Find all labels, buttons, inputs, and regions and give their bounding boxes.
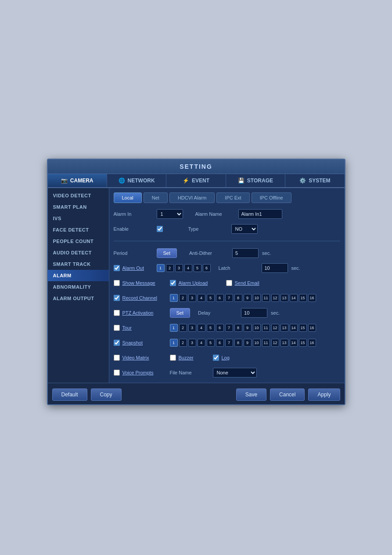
ch-snap-14[interactable]: 14 bbox=[290, 339, 298, 347]
ch-tour-2[interactable]: 2 bbox=[179, 324, 187, 332]
show-message-checkbox[interactable] bbox=[114, 280, 120, 286]
sidebar-item-video-detect[interactable]: VIDEO DETECT bbox=[48, 190, 109, 201]
ch-rec-1[interactable]: 1 bbox=[170, 294, 178, 302]
tour-checkbox[interactable] bbox=[114, 325, 120, 331]
tab-storage[interactable]: 💾 STORAGE bbox=[226, 174, 285, 187]
ch-rec-6[interactable]: 6 bbox=[216, 294, 224, 302]
ch-snap-10[interactable]: 10 bbox=[253, 339, 261, 347]
apply-button[interactable]: Apply bbox=[308, 388, 340, 401]
default-button[interactable]: Default bbox=[52, 388, 87, 401]
ch-snap-7[interactable]: 7 bbox=[225, 339, 233, 347]
sidebar-item-ivs[interactable]: IVS bbox=[48, 213, 109, 224]
sidebar-item-face-detect[interactable]: FACE DETECT bbox=[48, 224, 109, 236]
send-email-checkbox[interactable] bbox=[226, 280, 232, 286]
sub-tab-ipc-ext[interactable]: IPC Ext bbox=[216, 192, 249, 203]
ch-tour-4[interactable]: 4 bbox=[198, 324, 205, 332]
sub-tab-local[interactable]: Local bbox=[114, 192, 142, 203]
period-set-button[interactable]: Set bbox=[157, 248, 177, 258]
ch-snap-13[interactable]: 13 bbox=[281, 339, 288, 347]
alarm-in-select[interactable]: 1 bbox=[157, 209, 183, 219]
voice-prompts-checkbox[interactable] bbox=[114, 370, 120, 376]
cancel-button[interactable]: Cancel bbox=[270, 388, 305, 401]
ch-snap-16[interactable]: 16 bbox=[308, 339, 316, 347]
video-matrix-label[interactable]: Video Matrix bbox=[122, 355, 149, 360]
ch-tour-9[interactable]: 9 bbox=[244, 324, 252, 332]
alarm-upload-label[interactable]: Alarm Upload bbox=[179, 280, 208, 286]
ch-tour-14[interactable]: 14 bbox=[290, 324, 298, 332]
ch-rec-10[interactable]: 10 bbox=[253, 294, 261, 302]
sidebar-item-smart-plan[interactable]: SMART PLAN bbox=[48, 201, 109, 213]
ch-rec-9[interactable]: 9 bbox=[244, 294, 252, 302]
log-label[interactable]: Log bbox=[222, 355, 230, 360]
snapshot-checkbox[interactable] bbox=[114, 340, 120, 346]
sidebar-item-alarm-output[interactable]: ALARM OUTPUT bbox=[48, 293, 109, 304]
ch-alarm-out-4[interactable]: 4 bbox=[184, 264, 192, 272]
ch-tour-3[interactable]: 3 bbox=[188, 324, 196, 332]
ptz-activation-checkbox[interactable] bbox=[114, 310, 120, 316]
ch-alarm-out-5[interactable]: 5 bbox=[194, 264, 201, 272]
ch-tour-10[interactable]: 10 bbox=[253, 324, 261, 332]
buzzer-checkbox[interactable] bbox=[170, 355, 176, 361]
ch-tour-12[interactable]: 12 bbox=[271, 324, 279, 332]
ptz-set-button[interactable]: Set bbox=[170, 308, 191, 318]
delay-input[interactable] bbox=[241, 308, 267, 318]
sub-tab-ipc-offline[interactable]: IPC Offline bbox=[252, 192, 291, 203]
copy-button[interactable]: Copy bbox=[91, 388, 122, 401]
ch-snap-3[interactable]: 3 bbox=[188, 339, 196, 347]
voice-prompts-label[interactable]: Voice Prompts bbox=[122, 370, 154, 375]
log-checkbox[interactable] bbox=[213, 355, 219, 361]
ch-rec-15[interactable]: 15 bbox=[299, 294, 307, 302]
ch-tour-5[interactable]: 5 bbox=[207, 324, 215, 332]
ch-rec-3[interactable]: 3 bbox=[188, 294, 196, 302]
ch-tour-16[interactable]: 16 bbox=[308, 324, 316, 332]
ch-rec-14[interactable]: 14 bbox=[290, 294, 298, 302]
tab-system[interactable]: ⚙️ SYSTEM bbox=[285, 174, 344, 187]
ch-snap-15[interactable]: 15 bbox=[299, 339, 307, 347]
ch-snap-12[interactable]: 12 bbox=[271, 339, 279, 347]
alarm-out-label[interactable]: Alarm Out bbox=[122, 265, 144, 271]
sidebar-item-smart-track[interactable]: SMART TRACK bbox=[48, 258, 109, 270]
tour-label[interactable]: Tour bbox=[122, 325, 132, 330]
tab-network[interactable]: 🌐 NETWORK bbox=[107, 174, 166, 187]
sub-tab-net[interactable]: Net bbox=[144, 192, 168, 203]
ch-rec-11[interactable]: 11 bbox=[262, 294, 270, 302]
ch-rec-2[interactable]: 2 bbox=[179, 294, 187, 302]
ch-snap-11[interactable]: 11 bbox=[262, 339, 270, 347]
ch-rec-5[interactable]: 5 bbox=[207, 294, 215, 302]
ch-tour-6[interactable]: 6 bbox=[216, 324, 224, 332]
file-name-select[interactable]: None bbox=[213, 368, 257, 377]
buzzer-label[interactable]: Buzzer bbox=[179, 355, 194, 360]
ch-snap-1[interactable]: 1 bbox=[170, 339, 178, 347]
ch-snap-9[interactable]: 9 bbox=[244, 339, 252, 347]
save-button[interactable]: Save bbox=[236, 388, 266, 401]
tab-camera[interactable]: 📷 CAMERA bbox=[48, 174, 107, 187]
ch-tour-8[interactable]: 8 bbox=[234, 324, 242, 332]
ch-snap-2[interactable]: 2 bbox=[179, 339, 187, 347]
alarm-out-checkbox[interactable] bbox=[114, 265, 120, 271]
latch-input[interactable] bbox=[262, 263, 288, 273]
ch-snap-5[interactable]: 5 bbox=[207, 339, 215, 347]
ch-tour-7[interactable]: 7 bbox=[225, 324, 233, 332]
ch-alarm-out-3[interactable]: 3 bbox=[175, 264, 183, 272]
ch-tour-11[interactable]: 11 bbox=[262, 324, 270, 332]
ch-rec-4[interactable]: 4 bbox=[198, 294, 205, 302]
ch-rec-8[interactable]: 8 bbox=[234, 294, 242, 302]
sidebar-item-people-count[interactable]: PEOPLE COUNT bbox=[48, 236, 109, 247]
ch-rec-7[interactable]: 7 bbox=[225, 294, 233, 302]
ch-snap-4[interactable]: 4 bbox=[198, 339, 205, 347]
alarm-upload-checkbox[interactable] bbox=[170, 280, 176, 286]
ch-tour-1[interactable]: 1 bbox=[170, 324, 178, 332]
sidebar-item-alarm[interactable]: ALARM bbox=[48, 270, 109, 281]
sub-tab-hdcvi[interactable]: HDCVI Alarm bbox=[169, 192, 215, 203]
alarm-name-input[interactable] bbox=[238, 209, 282, 219]
record-channel-label[interactable]: Record Channel bbox=[122, 295, 158, 301]
ch-rec-13[interactable]: 13 bbox=[281, 294, 288, 302]
ch-rec-16[interactable]: 16 bbox=[308, 294, 316, 302]
ch-snap-8[interactable]: 8 bbox=[234, 339, 242, 347]
tab-event[interactable]: ⚡ EVENT bbox=[166, 174, 226, 187]
ch-alarm-out-6[interactable]: 6 bbox=[203, 264, 211, 272]
record-channel-checkbox[interactable] bbox=[114, 295, 120, 301]
anti-dither-input[interactable] bbox=[232, 248, 259, 258]
show-message-label[interactable]: Show Message bbox=[122, 280, 155, 286]
sidebar-item-audio-detect[interactable]: AUDIO DETECT bbox=[48, 247, 109, 258]
